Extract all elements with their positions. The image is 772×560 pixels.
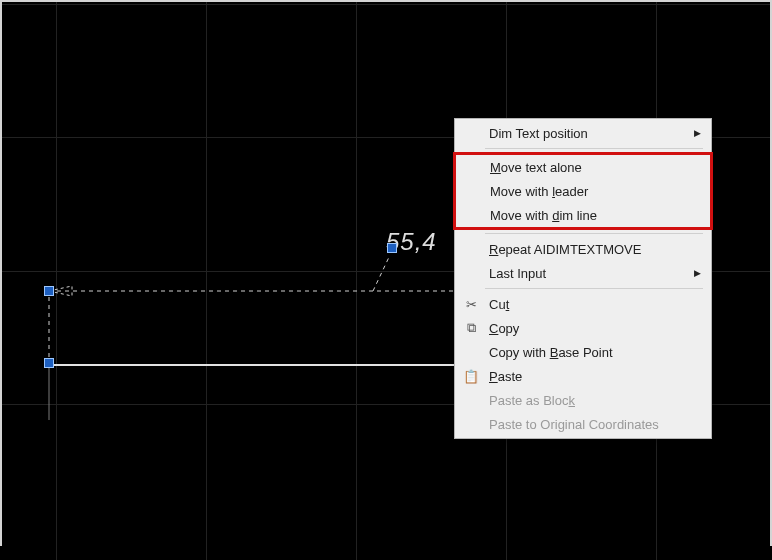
- menu-item-label: Paste to Original Coordinates: [489, 417, 659, 432]
- submenu-arrow-icon: ▶: [694, 268, 701, 278]
- scissors-icon: ✂: [463, 296, 479, 312]
- menu-paste-original-coords: Paste to Original Coordinates: [455, 412, 711, 436]
- menu-item-label: Paste as Block: [489, 393, 575, 408]
- menu-separator: [485, 148, 703, 149]
- menu-cut[interactable]: ✂ Cut: [455, 292, 711, 316]
- grip-handle[interactable]: [44, 286, 54, 296]
- menu-item-label: Copy: [489, 321, 519, 336]
- menu-move-text-alone[interactable]: Move text alone: [456, 155, 710, 179]
- grip-handle[interactable]: [44, 358, 54, 368]
- menu-item-label: Move text alone: [490, 160, 582, 175]
- menu-paste-as-block: Paste as Block: [455, 388, 711, 412]
- menu-item-label: Move with dim line: [490, 208, 597, 223]
- menu-copy-base-point[interactable]: Copy with Base Point: [455, 340, 711, 364]
- svg-line-5: [373, 255, 390, 291]
- menu-item-label: Move with leader: [490, 184, 588, 199]
- menu-item-label: Last Input: [489, 266, 546, 281]
- menu-item-label: Paste: [489, 369, 522, 384]
- menu-dim-text-position[interactable]: Dim Text position ▶: [455, 121, 711, 145]
- menu-move-with-dim-line[interactable]: Move with dim line: [456, 203, 710, 227]
- highlighted-group: Move text alone Move with leader Move wi…: [453, 152, 713, 230]
- copy-icon: ⧉: [463, 320, 479, 336]
- menu-repeat[interactable]: Repeat AIDIMTEXTMOVE: [455, 237, 711, 261]
- menu-item-label: Copy with Base Point: [489, 345, 613, 360]
- menu-item-label: Repeat AIDIMTEXTMOVE: [489, 242, 641, 257]
- menu-last-input[interactable]: Last Input ▶: [455, 261, 711, 285]
- grip-handle[interactable]: [387, 243, 397, 253]
- menu-separator: [485, 288, 703, 289]
- clipboard-icon: 📋: [463, 368, 479, 384]
- menu-item-label: Dim Text position: [489, 126, 588, 141]
- menu-separator: [485, 233, 703, 234]
- menu-item-label: Cut: [489, 297, 509, 312]
- menu-paste[interactable]: 📋 Paste: [455, 364, 711, 388]
- context-menu: Dim Text position ▶ Move text alone Move…: [454, 118, 712, 439]
- submenu-arrow-icon: ▶: [694, 128, 701, 138]
- menu-move-with-leader[interactable]: Move with leader: [456, 179, 710, 203]
- menu-copy[interactable]: ⧉ Copy: [455, 316, 711, 340]
